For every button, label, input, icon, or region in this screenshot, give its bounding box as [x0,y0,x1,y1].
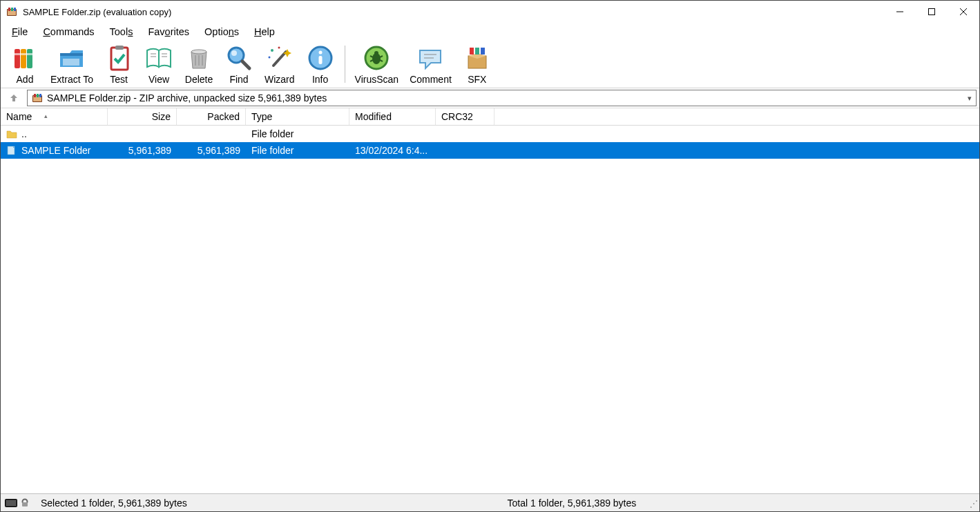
toolbar-add[interactable]: Add [5,42,45,86]
svg-rect-50 [37,94,39,97]
chevron-down-icon: ▾ [968,94,972,103]
folder-open-icon [57,43,86,72]
file-type: File folder [251,145,294,156]
info-icon [306,43,335,72]
path-combobox[interactable]: SAMPLE Folder.zip - ZIP archive, unpacke… [27,90,977,106]
magnifier-icon [224,43,253,72]
toolbar-label: View [148,74,169,85]
status-right: Total 1 folder, 5,961,389 bytes [501,498,968,509]
file-list[interactable]: .. File folder SAMPLE Folder 5,961,389 5… [1,126,979,493]
toolbar-find[interactable]: Find [219,42,259,86]
toolbar-wizard[interactable]: Wizard [259,42,300,86]
svg-rect-3 [11,8,13,11]
file-modified: 13/02/2024 6:4... [355,145,427,156]
file-size: 5,961,389 [128,145,171,156]
resize-grip-icon[interactable]: ⋰ [967,498,978,509]
list-row-parent[interactable]: .. File folder [1,126,979,142]
menu-bar: File Commands Tools Favorites Options He… [1,23,979,41]
toolbar-label: Find [229,74,248,85]
toolbar-label: Extract To [50,74,93,85]
toolbar-label: VirusScan [355,74,399,85]
close-button[interactable] [948,1,979,23]
column-headers: Name▴ Size Packed Type Modified CRC32 [1,108,979,126]
status-icons [1,498,34,508]
svg-rect-11 [27,49,32,68]
sort-indicator-icon: ▴ [44,112,48,119]
toolbar-delete[interactable]: Delete [179,42,219,86]
trash-icon [184,43,213,72]
svg-point-29 [278,47,280,49]
toolbar-label: Wizard [265,74,295,85]
column-modified[interactable]: Modified [349,108,436,125]
svg-point-28 [271,49,273,52]
menu-tools[interactable]: Tools [104,25,139,39]
toolbar-virusscan[interactable]: VirusScan [349,42,405,86]
column-type[interactable]: Type [246,108,349,125]
svg-line-27 [273,52,286,66]
toolbar-info[interactable]: Info [300,42,340,86]
svg-rect-33 [318,56,322,64]
wand-icon [265,43,294,72]
svg-line-26 [242,61,249,68]
svg-point-20 [191,50,206,54]
archive-icon [32,92,43,104]
file-name: SAMPLE Folder [21,145,90,156]
svg-rect-10 [21,49,26,68]
toolbar-separator [345,46,345,83]
minimize-button[interactable] [884,1,916,23]
folder-icon [6,128,17,139]
svg-rect-49 [34,94,36,97]
window-controls [884,1,979,23]
svg-rect-56 [22,502,28,506]
column-crc32[interactable]: CRC32 [436,108,494,125]
toolbar-test[interactable]: Test [99,42,139,86]
toolbar-label: Test [110,74,128,85]
path-text: SAMPLE Folder.zip - ZIP archive, unpacke… [47,92,327,104]
menu-favorites[interactable]: Favorites [142,25,195,39]
toolbar-label: Delete [185,74,213,85]
column-name[interactable]: Name▴ [1,108,108,125]
svg-rect-6 [929,9,935,15]
svg-rect-15 [115,46,124,50]
list-row[interactable]: SAMPLE Folder 5,961,389 5,961,389 File f… [1,142,979,159]
toolbar: Add Extract To Test View Delete Find Wiz… [1,41,979,88]
keyboard-icon [5,499,17,507]
package-icon [463,43,492,72]
svg-point-25 [231,50,237,56]
toolbar-view[interactable]: View [139,42,179,86]
toolbar-sfx[interactable]: SFX [457,42,497,86]
svg-rect-9 [15,49,20,68]
up-button[interactable] [3,90,24,106]
menu-options[interactable]: Options [199,25,244,39]
svg-rect-54 [6,500,16,506]
toolbar-label: SFX [468,74,486,85]
file-type: File folder [251,128,294,139]
arrow-up-icon [8,92,19,104]
toolbar-extract-to[interactable]: Extract To [45,42,99,86]
app-icon [6,6,17,17]
svg-rect-12 [15,53,32,55]
svg-point-36 [374,51,378,55]
toolbar-comment[interactable]: Comment [404,42,457,86]
status-bar: Selected 1 folder, 5,961,389 bytes Total… [1,493,979,511]
toolbar-label: Add [17,74,34,85]
book-open-icon [144,43,173,72]
clipboard-check-icon [104,43,133,72]
toolbar-label: Info [312,74,328,85]
title-bar: SAMPLE Folder.zip (evaluation copy) [1,1,979,23]
column-size[interactable]: Size [108,108,177,125]
svg-rect-44 [470,48,474,55]
menu-file[interactable]: File [6,25,33,39]
books-icon [10,43,39,72]
file-name: .. [21,128,27,139]
column-packed[interactable]: Packed [177,108,246,125]
menu-help[interactable]: Help [249,25,280,39]
menu-commands[interactable]: Commands [37,25,99,39]
svg-point-30 [268,57,270,59]
bug-scan-icon [362,43,391,72]
svg-rect-13 [63,59,79,66]
svg-rect-4 [14,8,16,11]
file-packed: 5,961,389 [198,145,240,156]
maximize-button[interactable] [916,1,948,23]
lock-icon [20,498,30,508]
